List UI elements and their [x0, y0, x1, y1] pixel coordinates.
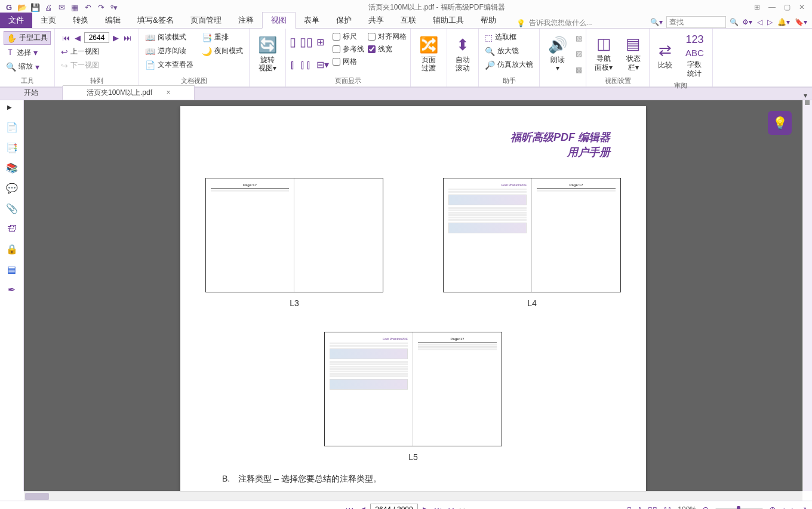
horizontal-scrollbar[interactable]	[24, 491, 802, 501]
search-input[interactable]	[666, 16, 726, 28]
single-page-icon[interactable]: ▯	[290, 35, 296, 49]
redo-icon[interactable]: ↷	[96, 2, 106, 13]
read-option3-icon[interactable]: ▩	[576, 66, 582, 74]
night-mode-button[interactable]: 🌙夜间模式	[199, 45, 245, 57]
last-page-icon[interactable]: ⏭	[434, 505, 442, 510]
comments-panel-icon[interactable]: 💬	[5, 181, 19, 195]
next-view-button[interactable]: ↪下一视图	[59, 59, 135, 72]
text-viewer-button[interactable]: 📄文本查看器	[143, 58, 196, 71]
articles-panel-icon[interactable]: ✒	[5, 283, 19, 296]
read-aloud-button[interactable]: 🔊 朗读▾	[543, 31, 572, 77]
search-button-icon[interactable]: 🔍	[730, 18, 739, 26]
prev-page-button[interactable]: ◀	[73, 33, 82, 42]
bookmarks-panel-icon[interactable]: 📑	[5, 141, 19, 154]
ruler-checkbox[interactable]: 标尺	[333, 31, 364, 42]
tab-accessibility[interactable]: 辅助工具	[425, 13, 472, 28]
signatures-panel-icon[interactable]: 🖅	[5, 222, 19, 235]
vertical-scrollbar[interactable]	[802, 100, 812, 491]
minimize-button[interactable]: —	[768, 3, 776, 11]
next-page-icon[interactable]: ▶	[423, 505, 429, 510]
autoscroll-button[interactable]: ⬍ 自动滚动	[451, 31, 475, 77]
magnifier-button[interactable]: 🔍放大镜	[482, 45, 536, 57]
hand-tool-button[interactable]: ✋手型工具	[4, 31, 51, 45]
status-bar-button[interactable]: ▤ 状态栏▾	[621, 31, 645, 75]
cover-icon[interactable]: ⊞	[316, 36, 329, 48]
expand-panel-icon[interactable]: ▶	[7, 104, 17, 113]
status-page-input[interactable]	[370, 504, 418, 510]
tab-home[interactable]: 主页	[32, 13, 64, 28]
fit-width-icon[interactable]: ⟷	[782, 505, 794, 510]
fit-page-icon[interactable]: ⤢	[800, 505, 807, 510]
wordcount-button[interactable]: 123ABC 字数统计	[681, 31, 709, 80]
view-single-icon[interactable]: ▯	[627, 505, 632, 510]
save-icon[interactable]: 💾	[30, 2, 41, 13]
tab-view[interactable]: 视图	[262, 12, 296, 29]
first-page-icon[interactable]: ⏮	[346, 505, 354, 510]
select-tool-button[interactable]: Ｔ选择▾	[4, 46, 51, 59]
lineweight-checkbox[interactable]: 线宽	[368, 44, 407, 55]
tab-form[interactable]: 表单	[296, 13, 328, 28]
prev-view-button[interactable]: ↩上一视图	[59, 45, 135, 58]
page-transition-button[interactable]: 🔀 页面过渡	[414, 31, 443, 77]
tab-fillsign[interactable]: 填写&签名	[129, 13, 182, 28]
print-icon[interactable]: 🖨	[43, 2, 54, 13]
maximize-button[interactable]: ▢	[784, 3, 791, 11]
split-icon[interactable]: ⊟▾	[316, 59, 329, 70]
page-number-input[interactable]	[84, 32, 109, 43]
tab-convert[interactable]: 转换	[64, 13, 97, 28]
prev-view-icon[interactable]: ↩	[447, 505, 454, 510]
ribbon-toggle-icon[interactable]: ⊞	[754, 3, 760, 11]
security-panel-icon[interactable]: 🔒	[5, 242, 19, 255]
reverse-read-button[interactable]: 📖逆序阅读	[143, 45, 196, 57]
layers-panel-icon[interactable]: 📚	[5, 161, 19, 174]
continuous-facing-icon[interactable]: ⫿⫿	[300, 58, 313, 72]
read-option2-icon[interactable]: ▨	[576, 50, 582, 58]
tab-start[interactable]: 开始	[0, 86, 63, 100]
tips-button[interactable]: 💡	[768, 111, 792, 135]
pages-panel-icon[interactable]: 📄	[5, 121, 19, 134]
search-options-icon[interactable]: 🔍▾	[650, 18, 663, 26]
zoom-in-icon[interactable]: ⊕	[769, 505, 776, 510]
view-contfacing-icon[interactable]: ⫿⫿	[663, 505, 672, 510]
tab-connect[interactable]: 互联	[392, 13, 425, 28]
guides-checkbox[interactable]: 参考线	[333, 44, 364, 55]
view-continuous-icon[interactable]: ⫿	[638, 505, 642, 510]
read-mode-button[interactable]: 📖阅读模式	[143, 31, 196, 44]
prev-page-icon[interactable]: ◀	[359, 505, 365, 510]
snap-checkbox[interactable]: 对齐网格	[368, 31, 407, 42]
rotate-view-button[interactable]: 🔄 旋转视图▾	[253, 31, 282, 77]
compare-button[interactable]: ⇄ 比较	[653, 31, 677, 80]
tab-document[interactable]: 活页夹100M以上.pdf ×	[63, 85, 195, 100]
nav-next-icon[interactable]: ▷	[767, 18, 773, 26]
attachments-panel-icon[interactable]: 📎	[5, 202, 19, 215]
fields-panel-icon[interactable]: ▤	[5, 263, 19, 276]
zoom-tool-button[interactable]: 🔍缩放▾	[4, 60, 51, 73]
grid-checkbox[interactable]: 网格	[333, 56, 364, 67]
snapshot-icon[interactable]: ▦	[69, 2, 80, 13]
reflow-button[interactable]: 📑重排	[199, 31, 245, 44]
continuous-icon[interactable]: ⫿	[290, 58, 296, 72]
tell-me[interactable]: 💡 告诉我您想做什么...	[505, 18, 592, 28]
tab-share[interactable]: 共享	[360, 13, 392, 28]
loupe-button[interactable]: 🔎仿真放大镜	[482, 58, 536, 71]
open-icon[interactable]: 📂	[17, 2, 27, 13]
close-button[interactable]: ✕	[799, 3, 805, 11]
next-view-icon[interactable]: ↪	[459, 505, 466, 510]
tab-protect[interactable]: 保护	[328, 13, 360, 28]
zoom-out-icon[interactable]: ⊖	[702, 505, 709, 510]
view-facing-icon[interactable]: ▯▯	[648, 505, 657, 510]
last-page-button[interactable]: ⏭	[122, 33, 133, 42]
share-menu-icon[interactable]: 🔖▾	[795, 18, 807, 26]
mail-icon[interactable]: ✉	[56, 2, 67, 13]
tab-file[interactable]: 文件	[0, 13, 32, 28]
nav-panel-button[interactable]: ◫ 导航面板▾	[590, 31, 617, 75]
document-view[interactable]: 福昕高级PDF 编辑器 用户手册 Page:17 L3 Foxit Phanto…	[24, 100, 802, 491]
tab-comment[interactable]: 注释	[230, 13, 262, 28]
undo-icon[interactable]: ↶	[82, 2, 93, 13]
first-page-button[interactable]: ⏮	[61, 33, 71, 42]
app-icon[interactable]: G	[4, 2, 14, 13]
tab-organize[interactable]: 页面管理	[182, 13, 230, 28]
qat-more-icon[interactable]: ᵍ▾	[109, 2, 119, 13]
close-tab-icon[interactable]: ×	[166, 88, 170, 97]
tab-overflow-icon[interactable]: ▾	[804, 91, 812, 100]
